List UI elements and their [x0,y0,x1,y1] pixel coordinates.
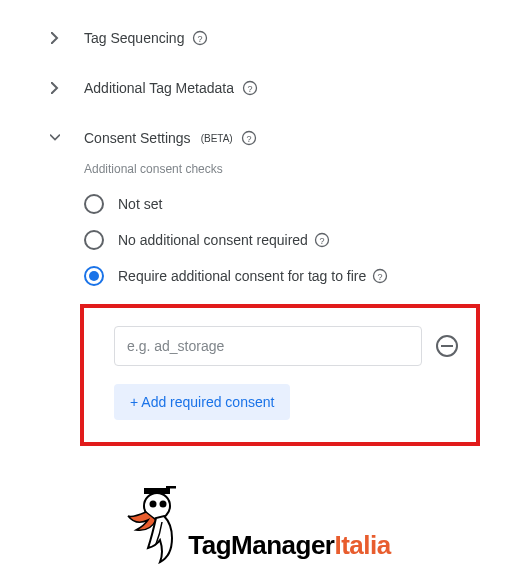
help-icon[interactable]: ? [372,268,388,284]
beta-badge: (BETA) [201,133,233,144]
section-consent-settings[interactable]: Consent Settings(BETA) ? [0,120,517,156]
radio-label-text: No additional consent required [118,232,308,248]
radio-require-additional[interactable]: Require additional consent for tag to fi… [0,258,517,294]
radio-icon-selected [84,266,104,286]
svg-point-15 [150,501,157,508]
radio-no-additional[interactable]: No additional consent required ? [0,222,517,258]
consent-highlight-box: + Add required consent [80,304,480,446]
radio-not-set[interactable]: Not set [0,186,517,222]
section-label: Tag Sequencing [84,30,184,46]
add-required-consent-button[interactable]: + Add required consent [114,384,290,420]
help-icon[interactable]: ? [192,30,208,46]
chevron-right-icon [50,83,60,93]
svg-rect-10 [441,345,453,347]
consent-subheader: Additional consent checks [0,162,517,176]
chevron-right-icon [50,33,60,43]
svg-text:?: ? [247,84,252,94]
consent-type-input[interactable] [114,326,422,366]
section-title: Tag Sequencing ? [84,30,208,46]
svg-text:?: ? [246,134,251,144]
bird-mascot-icon [126,486,186,564]
radio-label: No additional consent required ? [118,232,330,248]
radio-label-text: Not set [118,196,162,212]
section-title: Additional Tag Metadata ? [84,80,258,96]
radio-icon [84,194,104,214]
brand-part2: Italia [334,530,390,560]
brand-logo: TagManagerItalia [0,486,517,567]
help-icon[interactable]: ? [241,130,257,146]
svg-point-16 [160,501,167,508]
brand-text: TagManagerItalia [188,532,390,564]
radio-label: Require additional consent for tag to fi… [118,268,388,284]
section-tag-sequencing[interactable]: Tag Sequencing ? [0,20,517,56]
radio-icon [84,230,104,250]
section-label: Additional Tag Metadata [84,80,234,96]
svg-rect-13 [166,486,176,489]
svg-text:?: ? [198,34,203,44]
chevron-down-icon [50,133,60,143]
help-icon[interactable]: ? [242,80,258,96]
consent-input-row [114,326,458,366]
section-label: Consent Settings [84,130,191,146]
section-additional-metadata[interactable]: Additional Tag Metadata ? [0,70,517,106]
remove-consent-button[interactable] [436,335,458,357]
radio-label: Not set [118,196,162,212]
help-icon[interactable]: ? [314,232,330,248]
svg-text:?: ? [378,272,383,282]
section-title: Consent Settings(BETA) ? [84,130,257,146]
radio-label-text: Require additional consent for tag to fi… [118,268,366,284]
brand-part1: TagManager [188,530,334,560]
svg-text:?: ? [319,236,324,246]
